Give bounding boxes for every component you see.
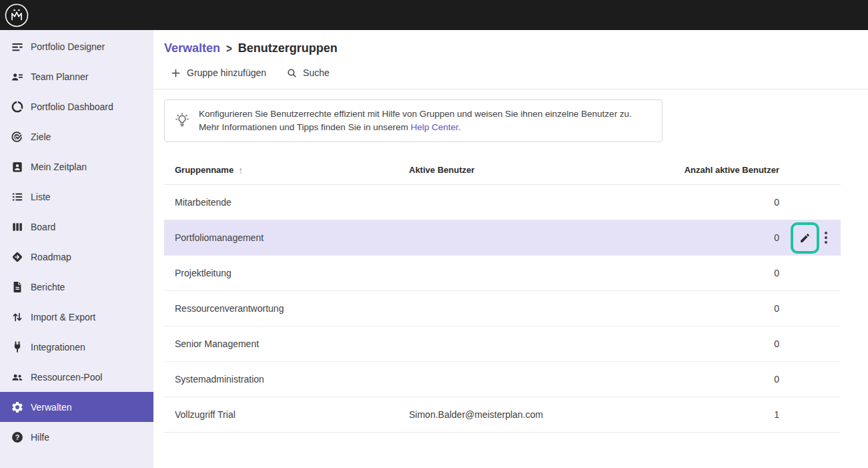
top-app-bar xyxy=(0,0,868,30)
column-header-gruppenname[interactable]: Gruppenname ↑ xyxy=(164,165,409,176)
meisterplan-logo[interactable] xyxy=(4,3,29,28)
search-button[interactable]: Suche xyxy=(286,67,330,79)
kebab-dot xyxy=(825,236,827,239)
group-name-cell: Mitarbeitende xyxy=(164,197,409,208)
sidebar-item-team-planner[interactable]: Team Planner xyxy=(0,61,153,91)
main-content: Verwalten > Benutzergruppen Gruppe hinzu… xyxy=(153,30,868,468)
sidebar-item-berichte[interactable]: Berichte xyxy=(0,272,153,302)
pencil-icon xyxy=(799,232,811,244)
portfolio-designer-icon xyxy=(11,40,24,53)
sidebar-item-import-export[interactable]: Import & Export xyxy=(0,302,153,332)
toolbar: Gruppe hinzufügen Suche xyxy=(153,55,868,81)
info-banner: Konfigurieren Sie Benutzerrechte effizie… xyxy=(164,99,663,142)
portfolio-dashboard-icon xyxy=(11,100,24,113)
gear-icon xyxy=(11,401,24,414)
table-row[interactable]: Projektleitung 0 xyxy=(164,256,841,291)
row-actions xyxy=(779,220,841,255)
list-icon xyxy=(11,190,24,204)
user-groups-table: Gruppenname ↑ Aktive Benutzer Anzahl akt… xyxy=(164,156,841,433)
row-menu-kebab-button[interactable] xyxy=(822,228,830,248)
sidebar-item-roadmap[interactable]: Roadmap xyxy=(0,242,153,272)
table-row[interactable]: Systemadministration 0 xyxy=(164,362,841,397)
group-name-cell: Ressourcenverantwortung xyxy=(164,303,409,314)
sidebar-item-label: Team Planner xyxy=(31,71,88,82)
breadcrumb-parent-link[interactable]: Verwalten xyxy=(164,41,220,55)
team-planner-icon xyxy=(11,70,24,83)
info-banner-line2: Mehr Informationen und Tipps finden Sie … xyxy=(199,122,410,132)
svg-text:?: ? xyxy=(15,433,20,441)
sidebar-item-hilfe[interactable]: ? Hilfe xyxy=(0,422,153,452)
sidebar-item-liste[interactable]: Liste xyxy=(0,182,153,212)
page-title: Benutzergruppen xyxy=(238,41,338,55)
active-user-count-cell: 0 xyxy=(683,303,779,314)
table-row[interactable]: Senior Management 0 xyxy=(164,326,841,362)
sidebar-item-label: Portfolio Dashboard xyxy=(31,101,113,112)
schedule-badge-icon xyxy=(11,160,24,174)
info-banner-line2-suffix: . xyxy=(458,122,461,132)
help-icon: ? xyxy=(11,431,24,444)
sidebar-item-label: Liste xyxy=(31,192,51,202)
table-header-row: Gruppenname ↑ Aktive Benutzer Anzahl akt… xyxy=(164,156,841,185)
people-icon xyxy=(11,371,24,384)
sidebar-item-label: Berichte xyxy=(31,282,65,292)
edit-group-button[interactable] xyxy=(791,222,819,254)
add-group-button-label: Gruppe hinzufügen xyxy=(187,67,266,78)
kebab-dot xyxy=(825,241,827,244)
info-banner-text: Konfigurieren Sie Benutzerrechte effizie… xyxy=(199,107,632,134)
group-name-cell: Senior Management xyxy=(164,338,409,349)
active-user-count-cell: 1 xyxy=(683,409,779,420)
sidebar-item-label: Hilfe xyxy=(31,432,49,443)
table-row[interactable]: Mitarbeitende 0 xyxy=(164,185,841,220)
add-group-button[interactable]: Gruppe hinzufügen xyxy=(170,67,266,79)
table-row[interactable]: Ressourcenverantwortung 0 xyxy=(164,291,841,326)
active-user-count-cell: 0 xyxy=(683,197,779,208)
lightbulb-tip-icon xyxy=(174,112,190,128)
search-icon xyxy=(286,67,298,79)
sidebar-item-verwalten[interactable]: Verwalten xyxy=(0,392,153,422)
group-name-cell: Projektleitung xyxy=(164,268,409,278)
column-header-label: Gruppenname xyxy=(175,165,234,175)
table-row-selected[interactable]: Portfoliomanagement 0 xyxy=(164,220,841,256)
meisterplan-logo-icon xyxy=(4,3,29,28)
breadcrumb: Verwalten > Benutzergruppen xyxy=(153,30,868,55)
column-header-aktive-benutzer[interactable]: Aktive Benutzer xyxy=(409,165,683,175)
import-export-arrows-icon xyxy=(11,310,24,324)
sidebar-item-ressourcen-pool[interactable]: Ressourcen-Pool xyxy=(0,362,153,392)
target-icon xyxy=(11,130,24,144)
sidebar-item-portfolio-designer[interactable]: Portfolio Designer xyxy=(0,31,153,61)
group-name-cell: Vollzugriff Trial xyxy=(164,409,409,420)
group-name-cell: Systemadministration xyxy=(164,374,409,385)
active-user-count-cell: 0 xyxy=(683,338,779,349)
divider xyxy=(153,89,868,89)
sidebar-item-integrationen[interactable]: Integrationen xyxy=(0,332,153,362)
sidebar-item-board[interactable]: Board xyxy=(0,212,153,242)
sort-ascending-icon[interactable]: ↑ xyxy=(238,165,243,176)
active-user-count-cell: 0 xyxy=(683,232,779,243)
search-button-label: Suche xyxy=(303,67,330,78)
column-header-anzahl-aktive-benutzer[interactable]: Anzahl aktive Benutzer xyxy=(683,165,779,175)
sidebar-item-label: Integrationen xyxy=(31,342,85,353)
sidebar-item-label: Board xyxy=(31,222,55,232)
sidebar-item-label: Mein Zeitplan xyxy=(31,162,87,172)
sidebar-item-label: Roadmap xyxy=(31,252,71,262)
help-center-link[interactable]: Help Center xyxy=(410,122,458,132)
breadcrumb-separator: > xyxy=(226,41,232,55)
sidebar-item-label: Import & Export xyxy=(31,312,95,322)
sidebar-item-portfolio-dashboard[interactable]: Portfolio Dashboard xyxy=(0,91,153,122)
plug-icon xyxy=(11,340,24,354)
table-row[interactable]: Vollzugriff Trial Simon.Balder@meisterpl… xyxy=(164,397,841,433)
roadmap-icon xyxy=(11,250,24,264)
info-banner-line1: Konfigurieren Sie Benutzerrechte effizie… xyxy=(199,109,632,119)
sidebar-item-mein-zeitplan[interactable]: Mein Zeitplan xyxy=(0,152,153,182)
sidebar-item-label: Portfolio Designer xyxy=(31,41,105,52)
sidebar-item-ziele[interactable]: Ziele xyxy=(0,122,153,152)
board-columns-icon xyxy=(11,220,24,234)
active-users-cell: Simon.Balder@meisterplan.com xyxy=(409,409,683,420)
group-name-cell: Portfoliomanagement xyxy=(164,232,409,243)
sidebar-item-label: Ziele xyxy=(31,132,51,142)
plus-icon xyxy=(170,67,181,79)
sidebar-item-label: Ressourcen-Pool xyxy=(31,372,102,383)
report-document-icon xyxy=(11,280,24,294)
sidebar-item-label: Verwalten xyxy=(31,402,71,413)
sidebar-nav: Portfolio Designer Team Planner Portfoli… xyxy=(0,30,153,468)
